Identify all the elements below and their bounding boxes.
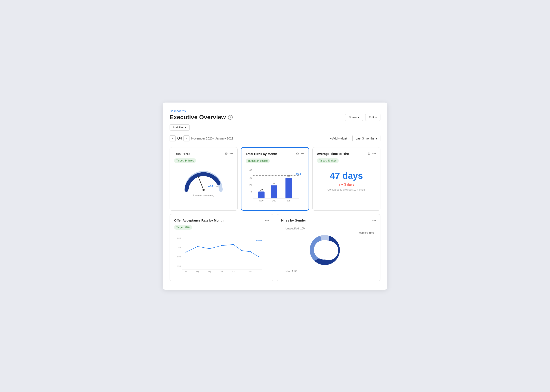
add-filter-button[interactable]: Add filter ▾ (170, 124, 190, 131)
quarter-label: Q4 (177, 137, 182, 140)
avg-time-compare: Compared to previous 10 months (317, 188, 376, 191)
svg-text:Sep: Sep (208, 270, 211, 273)
hires-by-month-title: Total Hires by Month (246, 152, 277, 156)
offer-acceptance-title: Offer Acceptance Rate by Month (174, 218, 224, 222)
total-hires-title: Total Hires (174, 152, 190, 155)
svg-text:Jul: Jul (185, 270, 187, 273)
svg-text:10: 10 (260, 188, 263, 191)
edit-button[interactable]: Edit ▾ (365, 114, 380, 121)
donut-hole (319, 241, 338, 260)
breadcrumb[interactable]: Dashboards / (170, 109, 380, 113)
svg-point-32 (221, 245, 222, 246)
svg-text:10: 10 (249, 191, 252, 194)
quarter-nav: ‹ Q4 › November 2020 - January 2021 (170, 135, 233, 141)
avg-time-title: Average Time to Hire (317, 152, 349, 155)
gauge-remaining: 2 weeks remaining (193, 194, 214, 197)
top-widgets-grid: Total Hires ⚙ ••• Target: 34 hires (170, 147, 380, 211)
avg-time-gear-icon[interactable]: ⚙ (368, 152, 371, 156)
svg-text:★: ★ (296, 172, 298, 175)
svg-text:Nov: Nov (232, 270, 235, 273)
add-filter-label: Add filter (173, 126, 184, 129)
hires-by-gender-dots-icon[interactable]: ••• (372, 218, 376, 222)
bar-chart-area: 40 30 20 10 ★ 34 10 19 (246, 167, 304, 206)
svg-text:Aug: Aug (196, 270, 200, 273)
svg-point-36 (258, 256, 259, 257)
hires-by-gender-actions: ••• (372, 218, 376, 222)
svg-text:★: ★ (256, 239, 258, 242)
offer-acceptance-actions: ••• (265, 218, 269, 222)
svg-point-30 (197, 246, 198, 247)
bottom-widgets-grid: Offer Acceptance Rate by Month ••• Targe… (170, 214, 380, 281)
svg-point-31 (209, 248, 210, 249)
share-button[interactable]: Share ▾ (345, 114, 363, 121)
avg-time-target: Target: 40 days (317, 158, 339, 163)
prev-quarter-button[interactable]: ‹ (170, 135, 176, 141)
svg-text:100%: 100% (176, 237, 181, 239)
last-months-label: Last 3 months (356, 137, 374, 140)
gauge-area: 31 ★ 34 2 weeks remaining (174, 166, 233, 199)
next-quarter-button[interactable]: › (183, 135, 189, 141)
add-widget-button[interactable]: + Add widget (327, 135, 350, 142)
dashboard-container: Dashboards / Executive Overview i Share … (163, 103, 387, 290)
svg-rect-14 (271, 185, 277, 198)
total-hires-dots-icon[interactable]: ••• (230, 152, 233, 155)
header-buttons: Share ▾ Edit ▾ (345, 114, 380, 121)
svg-text:31: 31 (215, 185, 218, 188)
edit-label: Edit (369, 116, 374, 119)
offer-acceptance-widget: Offer Acceptance Rate by Month ••• Targe… (170, 214, 273, 281)
page-title-area: Executive Overview i (170, 114, 233, 121)
svg-text:20: 20 (249, 184, 252, 186)
hires-by-month-dots-icon[interactable]: ••• (301, 152, 304, 156)
avg-time-dots-icon[interactable]: ••• (372, 152, 376, 155)
bar-chart: 40 30 20 10 ★ 34 10 19 (246, 167, 304, 205)
hires-by-month-widget: Total Hires by Month ⚙ ••• Target: 34 pe… (241, 147, 309, 211)
page-title: Executive Overview (170, 114, 226, 121)
svg-text:Oct: Oct (220, 270, 223, 273)
date-range: November 2020 - January 2021 (191, 137, 233, 140)
svg-text:Nov: Nov (259, 199, 264, 202)
offer-acceptance-dots-icon[interactable]: ••• (265, 218, 269, 222)
svg-line-0 (198, 175, 203, 190)
avg-time-header: Average Time to Hire ⚙ ••• (317, 152, 376, 156)
offer-acceptance-header: Offer Acceptance Rate by Month ••• (174, 218, 269, 222)
hires-by-gender-widget: Hires by Gender ••• (277, 214, 380, 281)
avg-time-to-hire-widget: Average Time to Hire ⚙ ••• Target: 40 da… (312, 147, 380, 211)
donut-chart-area: Unspecified: 10% Women: 58% Men: 32% (281, 225, 376, 276)
avg-time-change: ↑ + 3 days (317, 183, 376, 187)
svg-text:30: 30 (249, 176, 252, 179)
last-months-chevron-icon: ▾ (376, 137, 377, 140)
info-icon[interactable]: i (228, 115, 233, 120)
unspecified-label: Unspecified: 10% (285, 227, 305, 230)
share-label: Share (349, 116, 357, 119)
total-hires-actions: ⚙ ••• (225, 152, 233, 156)
header-row: Executive Overview i Share ▾ Edit ▾ (170, 114, 380, 121)
hires-by-month-header: Total Hires by Month ⚙ ••• (246, 152, 304, 156)
svg-point-1 (203, 189, 205, 191)
svg-point-33 (233, 244, 234, 245)
last-months-button[interactable]: Last 3 months ▾ (352, 135, 380, 142)
hires-by-gender-title: Hires by Gender (281, 218, 306, 222)
avg-time-value: 47 days (317, 171, 376, 181)
share-chevron-icon: ▾ (358, 116, 360, 119)
svg-text:30: 30 (287, 175, 290, 177)
women-label: Women: 58% (358, 231, 374, 234)
svg-text:Jan: Jan (287, 199, 290, 202)
men-label: Men: 32% (285, 270, 297, 273)
total-hires-gear-icon[interactable]: ⚙ (225, 152, 228, 156)
svg-text:19: 19 (273, 182, 275, 185)
svg-text:40: 40 (249, 169, 252, 172)
hires-by-month-gear-icon[interactable]: ⚙ (296, 152, 299, 156)
svg-rect-16 (285, 178, 292, 198)
nav-row: ‹ Q4 › November 2020 - January 2021 + Ad… (170, 135, 380, 142)
hires-by-month-actions: ⚙ ••• (296, 152, 304, 156)
svg-text:50%: 50% (177, 256, 181, 258)
svg-text:75%: 75% (177, 246, 181, 248)
hires-by-month-target: Target: 34 people (246, 159, 270, 163)
offer-acceptance-chart: 100% 75% 50% 25% ★ 90% (174, 233, 269, 276)
avg-time-actions: ⚙ ••• (368, 152, 376, 156)
offer-acceptance-target: Target: 90% (174, 225, 192, 230)
svg-text:34: 34 (210, 185, 213, 188)
svg-point-29 (185, 252, 187, 252)
svg-rect-12 (258, 191, 265, 198)
total-hires-header: Total Hires ⚙ ••• (174, 152, 233, 156)
